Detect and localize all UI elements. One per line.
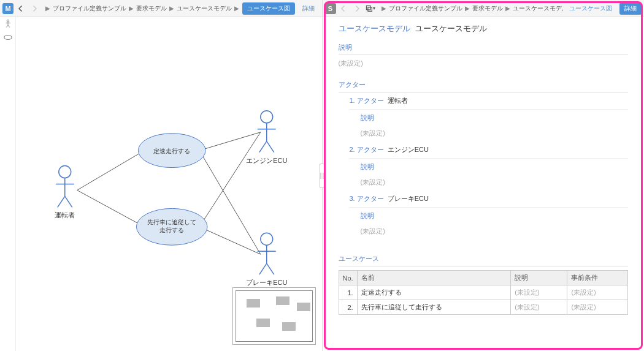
svg-line-15 [58, 196, 65, 207]
col-pre: 事前条件 [567, 271, 628, 285]
table-row[interactable]: 2.先行車に追従して走行する(未設定)(未設定) [339, 300, 628, 315]
breadcrumb-sep: ▶ [45, 5, 50, 12]
tab-detail[interactable]: 詳細 [297, 2, 320, 15]
svg-line-21 [267, 142, 274, 153]
forward-button[interactable] [28, 2, 40, 15]
breadcrumb-item[interactable]: プロファイル定義サンプル [53, 4, 126, 13]
breadcrumb-sep: ▶ [381, 5, 386, 12]
svg-line-8 [199, 132, 261, 151]
svg-line-7 [77, 190, 145, 227]
svg-line-16 [65, 196, 72, 207]
back-button[interactable] [337, 2, 350, 15]
model-name: ユースケースモデル [415, 23, 487, 34]
actor-desc-label: 説明 [361, 111, 629, 125]
breadcrumb-item[interactable]: ユースケースモデル [177, 4, 232, 13]
svg-line-11 [199, 227, 261, 254]
actor-row[interactable]: 3. アクターブレーキECU [350, 191, 629, 208]
actor-label: ブレーキECU [246, 279, 287, 286]
usecase-label: 先行車に追従して [147, 219, 196, 225]
detail-panel: ユースケースモデル ユースケースモデル 説明 (未設定) アクター 1. アクタ… [323, 17, 645, 351]
svg-line-3 [6, 25, 8, 28]
svg-point-22 [261, 233, 273, 245]
minimap[interactable] [232, 287, 316, 345]
diagram-canvas[interactable]: 運転者 エンジンECU [16, 17, 322, 351]
actor-row[interactable]: 2. アクターエンジンECU [350, 142, 629, 159]
actor-tool-icon[interactable] [4, 20, 12, 29]
actor-section-header: アクター [339, 78, 629, 92]
actor-row[interactable]: 1. アクター運転者 [350, 92, 629, 110]
description-header: 説明 [339, 40, 629, 55]
left-pane: M ▶ プロファイル定義サンプル ▶ 要求モデル ▶ ユースケースモデル ▶ ユ… [0, 0, 323, 351]
tool-palette [0, 17, 16, 351]
breadcrumb-item[interactable]: ユースケースモデル [513, 4, 564, 13]
actor-node[interactable] [258, 111, 276, 153]
breadcrumb[interactable]: ▶ プロファイル定義サンプル ▶ 要求モデル ▶ ユースケースモデル ▶ [42, 4, 241, 13]
tab-usecase-diagram[interactable]: ユースケース図 [242, 2, 295, 15]
copy-icon[interactable]: ▾ [364, 2, 377, 15]
col-name: 名前 [357, 271, 511, 285]
actor-desc-value[interactable]: (未設定) [361, 125, 629, 142]
svg-line-6 [77, 151, 145, 191]
col-desc: 説明 [511, 271, 567, 285]
sub-badge: S [325, 3, 336, 14]
actor-desc-value[interactable]: (未設定) [361, 174, 629, 191]
breadcrumb-sep: ▶ [129, 5, 134, 12]
tab-usecase-diagram[interactable]: ユースケース図 [564, 2, 617, 15]
breadcrumb-sep: ▶ [505, 5, 510, 12]
actor-label: 運転者 [55, 211, 75, 219]
usecase-label: 定速走行する [153, 148, 190, 154]
col-no: No. [339, 271, 357, 285]
tab-detail[interactable]: 詳細 [619, 2, 642, 15]
svg-rect-28 [368, 7, 372, 12]
usecase-section-header: ユースケース [339, 252, 629, 266]
back-button[interactable] [15, 2, 27, 15]
actor-label: エンジンECU [246, 157, 287, 164]
svg-point-5 [4, 36, 11, 40]
svg-line-10 [199, 132, 261, 227]
actor-desc-label: 説明 [361, 209, 629, 223]
svg-rect-27 [366, 6, 370, 10]
svg-point-12 [59, 166, 71, 178]
usecase-table: No. 名前 説明 事前条件 1.定速走行する(未設定)(未設定)2.先行車に追… [339, 270, 629, 315]
svg-line-20 [259, 142, 267, 153]
svg-point-0 [7, 20, 9, 22]
right-toolbar: S ▾ ▶ プロファイル定義サンプル ▶ 要求モデル ▶ ユースケースモデル ▶… [323, 0, 645, 17]
description-value[interactable]: (未設定) [339, 55, 629, 72]
svg-point-17 [261, 111, 273, 123]
breadcrumb-item[interactable]: プロファイル定義サンプル [389, 4, 462, 13]
breadcrumb-item[interactable]: 要求モデル [136, 4, 167, 13]
svg-line-26 [267, 263, 274, 274]
breadcrumb-sep: ▶ [465, 5, 470, 12]
model-type-label[interactable]: ユースケースモデル [339, 23, 410, 34]
model-badge: M [2, 3, 13, 14]
forward-button[interactable] [351, 2, 363, 15]
table-row[interactable]: 1.定速走行する(未設定)(未設定) [339, 285, 628, 300]
actor-node[interactable] [56, 166, 74, 208]
actor-desc-label: 説明 [361, 160, 629, 174]
svg-line-9 [199, 151, 261, 254]
usecase-tool-icon[interactable] [4, 33, 12, 43]
breadcrumb-sep: ▶ [234, 5, 239, 12]
breadcrumb-sep: ▶ [169, 5, 174, 12]
right-pane: S ▾ ▶ プロファイル定義サンプル ▶ 要求モデル ▶ ユースケースモデル ▶… [323, 0, 645, 351]
breadcrumb-item[interactable]: 要求モデル [472, 4, 503, 13]
svg-line-25 [259, 263, 267, 274]
pane-divider-handle[interactable] [320, 164, 324, 188]
breadcrumb[interactable]: ▶ プロファイル定義サンプル ▶ 要求モデル ▶ ユースケースモデル ▶ [378, 4, 564, 13]
actor-desc-value[interactable]: (未設定) [361, 223, 629, 240]
left-toolbar: M ▶ プロファイル定義サンプル ▶ 要求モデル ▶ ユースケースモデル ▶ ユ… [0, 0, 322, 17]
usecase-label: 走行する [159, 227, 184, 233]
svg-line-4 [8, 25, 10, 28]
